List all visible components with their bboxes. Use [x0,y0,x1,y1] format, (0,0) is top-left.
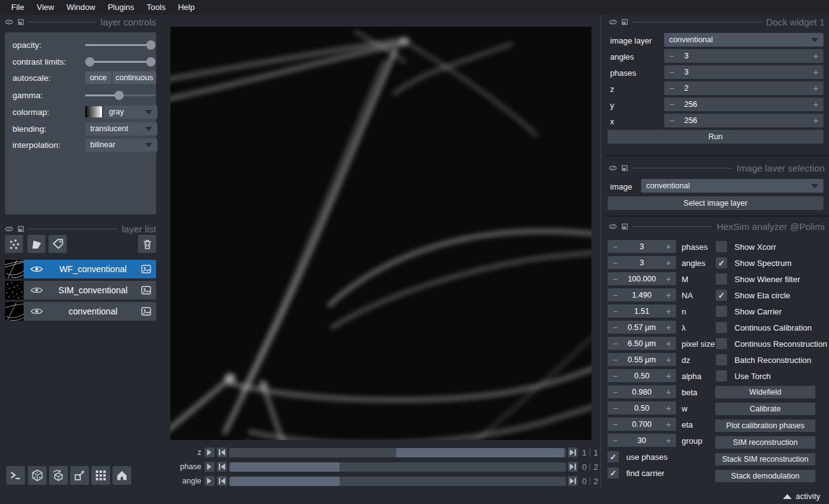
play-button[interactable] [205,447,215,457]
dock-hide-icon[interactable] [609,19,617,25]
increment-button[interactable] [666,307,671,316]
decrement-button[interactable] [613,388,618,396]
gamma-slider[interactable] [85,88,155,102]
increment-button[interactable] [813,84,818,93]
blending-dropdown[interactable]: translucent [85,122,157,135]
y-spinbox[interactable]: 256 [664,98,823,111]
increment-button[interactable] [666,420,671,429]
stack-sim-reconstruction-button[interactable]: Stack SIM reconstruction [715,453,815,465]
hexsim-beta-spinbox[interactable]: 0.980 [608,385,676,398]
increment-button[interactable] [813,116,818,125]
spin-value[interactable]: 3 [674,52,813,60]
spin-value[interactable]: 2 [674,84,813,93]
menu-view[interactable]: View [30,0,60,15]
gamma-slider-handle[interactable] [114,91,124,100]
skip-first-button[interactable] [217,462,227,472]
hexsim-n-spinbox[interactable]: 1.51 [608,305,676,318]
menu-window[interactable]: Window [60,0,101,15]
hexsim-w-spinbox[interactable]: 0.50 [608,401,676,415]
select-image-layer-button[interactable]: Select image layer [608,196,823,210]
z-dim-slider[interactable] [229,448,566,457]
increment-button[interactable] [666,291,671,300]
increment-button[interactable] [813,100,818,109]
activity-toggle[interactable]: activity [783,492,820,501]
layer-row-sim-conventional[interactable]: SIM_conventional [5,281,156,300]
image-dropdown[interactable]: conventional [641,179,823,193]
play-button[interactable] [205,476,215,486]
decrement-button[interactable] [669,52,674,60]
decrement-button[interactable] [613,242,618,251]
angles-spinbox[interactable]: 3 [664,49,823,63]
new-labels-layer-button[interactable] [49,235,67,253]
spin-value[interactable]: 100.000 [618,275,666,283]
skip-last-button[interactable] [568,447,578,457]
increment-button[interactable] [666,404,671,413]
new-points-layer-button[interactable] [5,235,23,253]
show-wiener-filter-checkbox[interactable] [716,273,727,285]
spin-value[interactable]: 1.490 [618,291,666,300]
menu-tools[interactable]: Tools [141,0,172,15]
x-spinbox[interactable]: 256 [664,114,823,127]
hexsim-na-spinbox[interactable]: 1.490 [608,288,676,301]
dock-float-icon[interactable] [17,226,24,232]
play-button[interactable] [205,462,215,472]
dock-float-icon[interactable] [621,19,628,25]
spin-value[interactable]: 256 [674,100,813,109]
dock-float-icon[interactable] [621,165,628,172]
decrement-button[interactable] [613,436,618,445]
phase-dim-slider-handle[interactable] [230,462,340,472]
dock-hide-icon[interactable] [609,224,617,229]
roll-dimensions-button[interactable] [49,466,68,485]
contrast-low-handle[interactable] [85,57,95,66]
decrement-button[interactable] [613,323,618,332]
sim-reconstruction-button[interactable]: SIM reconstruction [715,436,815,449]
dock-float-icon[interactable] [621,223,628,230]
increment-button[interactable] [666,372,671,380]
increment-button[interactable] [666,242,671,251]
dock-hide-icon[interactable] [5,19,13,25]
transpose-dimensions-button[interactable] [70,466,89,485]
opacity-slider-handle[interactable] [146,40,155,50]
spin-value[interactable]: 0.57 µm [618,323,666,332]
show-xcorr-checkbox[interactable] [716,241,727,252]
increment-button[interactable] [666,339,671,348]
visibility-eye-icon[interactable] [24,308,50,315]
delete-layer-button[interactable] [138,235,156,253]
contrast-limits-slider[interactable] [85,55,155,68]
autoscale-once-button[interactable]: once [85,71,111,84]
show-spectrum-checkbox[interactable] [716,257,727,268]
colormap-dropdown[interactable]: gray [104,106,157,119]
opacity-slider[interactable] [85,38,155,52]
layer-row-conventional[interactable]: conventional [5,302,156,321]
hexsim-lambda-spinbox[interactable]: 0.57 µm [608,321,676,334]
increment-button[interactable] [666,259,671,267]
layer-row-wf-conventional[interactable]: WF_conventional [5,260,156,278]
spin-value[interactable]: 0.980 [618,388,666,396]
phase-dim-slider[interactable] [229,462,566,472]
plot-calibration-phases-button[interactable]: Plot calibration phases [715,419,815,432]
phases-spinbox[interactable]: 3 [664,65,823,79]
console-button[interactable] [6,466,25,485]
increment-button[interactable] [666,275,671,283]
spin-value[interactable]: 0.700 [618,420,666,429]
increment-button[interactable] [666,436,671,445]
skip-first-button[interactable] [217,476,227,486]
show-carrier-checkbox[interactable] [716,306,727,317]
decrement-button[interactable] [613,275,618,283]
dock-hide-icon[interactable] [5,226,13,232]
autoscale-continuous-button[interactable]: continuous [113,71,156,84]
spin-value[interactable]: 0.50 [618,404,666,413]
spin-value[interactable]: 3 [618,242,666,251]
hexsim-group-spinbox[interactable]: 30 [608,434,676,447]
z-spinbox[interactable]: 2 [664,81,823,95]
widefield-button[interactable]: Widefield [715,386,815,398]
hexsim-alpha-spinbox[interactable]: 0.50 [608,369,676,382]
angle-dim-slider[interactable] [229,477,566,486]
menu-help[interactable]: Help [172,0,201,15]
continuos-calibration-checkbox[interactable] [716,322,727,333]
dock-hide-icon[interactable] [609,165,617,171]
stack-demodulation-button[interactable]: Stack demodulation [715,470,815,482]
increment-button[interactable] [813,68,818,76]
grid-view-button[interactable] [91,466,110,485]
decrement-button[interactable] [613,404,618,413]
